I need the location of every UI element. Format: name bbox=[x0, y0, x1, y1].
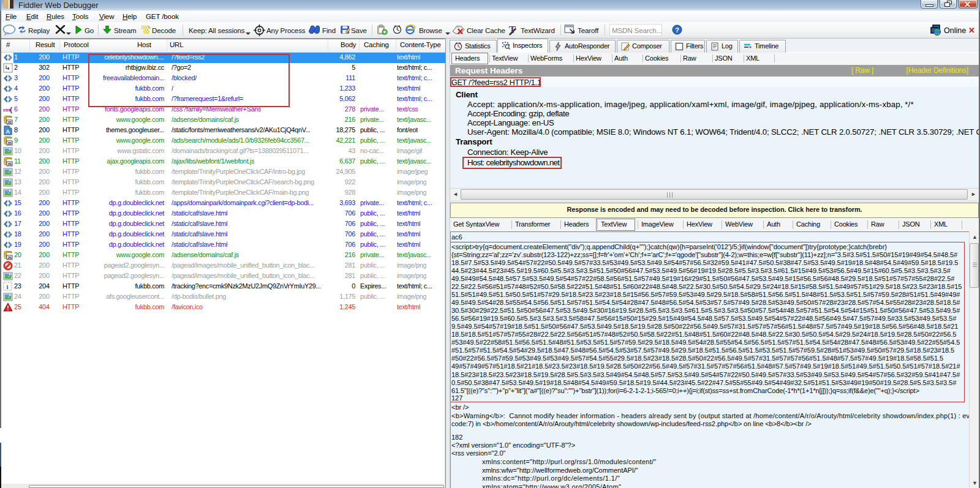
svg-text:JS: JS bbox=[7, 141, 12, 145]
svg-text:JS: JS bbox=[7, 256, 12, 260]
svg-text:JS: JS bbox=[7, 162, 12, 166]
svg-text:{: { bbox=[10, 107, 12, 113]
svg-text:A: A bbox=[6, 129, 10, 135]
svg-text:JS: JS bbox=[7, 121, 12, 124]
svg-text:?: ? bbox=[675, 26, 679, 34]
